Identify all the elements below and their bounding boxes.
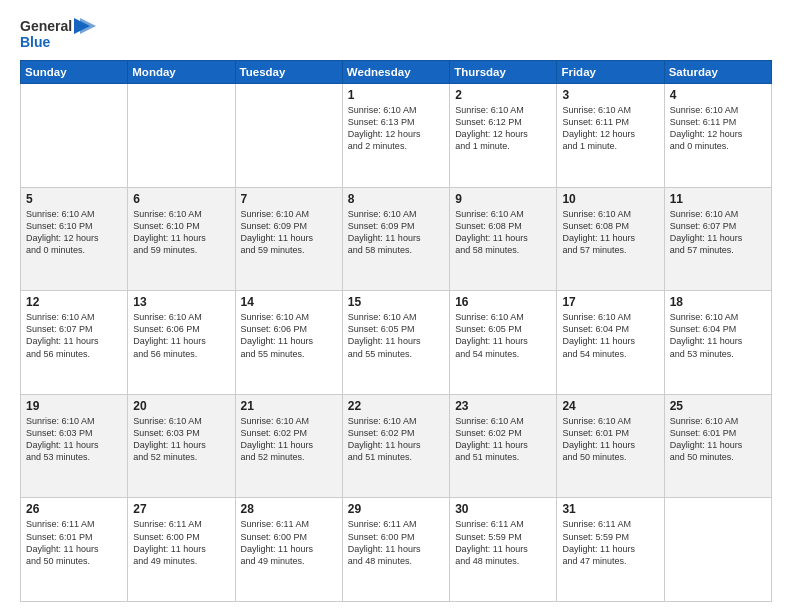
calendar-cell-3-1: 20Sunrise: 6:10 AM Sunset: 6:03 PM Dayli… bbox=[128, 394, 235, 498]
calendar-cell-2-6: 18Sunrise: 6:10 AM Sunset: 6:04 PM Dayli… bbox=[664, 291, 771, 395]
calendar-cell-3-2: 21Sunrise: 6:10 AM Sunset: 6:02 PM Dayli… bbox=[235, 394, 342, 498]
day-info: Sunrise: 6:10 AM Sunset: 6:09 PM Dayligh… bbox=[241, 208, 337, 257]
calendar-cell-0-1 bbox=[128, 84, 235, 188]
day-number: 11 bbox=[670, 192, 766, 206]
day-number: 13 bbox=[133, 295, 229, 309]
day-info: Sunrise: 6:11 AM Sunset: 6:00 PM Dayligh… bbox=[241, 518, 337, 567]
day-info: Sunrise: 6:11 AM Sunset: 6:01 PM Dayligh… bbox=[26, 518, 122, 567]
calendar-row-2: 12Sunrise: 6:10 AM Sunset: 6:07 PM Dayli… bbox=[21, 291, 772, 395]
day-info: Sunrise: 6:10 AM Sunset: 6:10 PM Dayligh… bbox=[26, 208, 122, 257]
day-info: Sunrise: 6:11 AM Sunset: 6:00 PM Dayligh… bbox=[348, 518, 444, 567]
calendar-cell-3-5: 24Sunrise: 6:10 AM Sunset: 6:01 PM Dayli… bbox=[557, 394, 664, 498]
weekday-header-row: SundayMondayTuesdayWednesdayThursdayFrid… bbox=[21, 61, 772, 84]
day-info: Sunrise: 6:10 AM Sunset: 6:06 PM Dayligh… bbox=[241, 311, 337, 360]
day-number: 26 bbox=[26, 502, 122, 516]
day-number: 3 bbox=[562, 88, 658, 102]
day-number: 4 bbox=[670, 88, 766, 102]
day-info: Sunrise: 6:10 AM Sunset: 6:04 PM Dayligh… bbox=[670, 311, 766, 360]
day-number: 23 bbox=[455, 399, 551, 413]
day-info: Sunrise: 6:10 AM Sunset: 6:10 PM Dayligh… bbox=[133, 208, 229, 257]
day-number: 18 bbox=[670, 295, 766, 309]
weekday-header-saturday: Saturday bbox=[664, 61, 771, 84]
calendar-cell-4-2: 28Sunrise: 6:11 AM Sunset: 6:00 PM Dayli… bbox=[235, 498, 342, 602]
calendar-cell-4-6 bbox=[664, 498, 771, 602]
day-number: 20 bbox=[133, 399, 229, 413]
day-info: Sunrise: 6:10 AM Sunset: 6:02 PM Dayligh… bbox=[455, 415, 551, 464]
calendar-cell-1-4: 9Sunrise: 6:10 AM Sunset: 6:08 PM Daylig… bbox=[450, 187, 557, 291]
day-info: Sunrise: 6:10 AM Sunset: 6:13 PM Dayligh… bbox=[348, 104, 444, 153]
day-number: 17 bbox=[562, 295, 658, 309]
day-number: 21 bbox=[241, 399, 337, 413]
day-number: 19 bbox=[26, 399, 122, 413]
calendar-cell-2-1: 13Sunrise: 6:10 AM Sunset: 6:06 PM Dayli… bbox=[128, 291, 235, 395]
day-info: Sunrise: 6:10 AM Sunset: 6:09 PM Dayligh… bbox=[348, 208, 444, 257]
day-number: 14 bbox=[241, 295, 337, 309]
calendar-cell-0-2 bbox=[235, 84, 342, 188]
weekday-header-friday: Friday bbox=[557, 61, 664, 84]
header: General Blue bbox=[20, 18, 772, 50]
day-info: Sunrise: 6:10 AM Sunset: 6:06 PM Dayligh… bbox=[133, 311, 229, 360]
day-info: Sunrise: 6:10 AM Sunset: 6:02 PM Dayligh… bbox=[241, 415, 337, 464]
logo-blue: Blue bbox=[20, 34, 50, 50]
day-info: Sunrise: 6:10 AM Sunset: 6:03 PM Dayligh… bbox=[133, 415, 229, 464]
day-info: Sunrise: 6:10 AM Sunset: 6:08 PM Dayligh… bbox=[562, 208, 658, 257]
day-number: 16 bbox=[455, 295, 551, 309]
calendar-cell-1-3: 8Sunrise: 6:10 AM Sunset: 6:09 PM Daylig… bbox=[342, 187, 449, 291]
day-info: Sunrise: 6:10 AM Sunset: 6:02 PM Dayligh… bbox=[348, 415, 444, 464]
day-number: 5 bbox=[26, 192, 122, 206]
day-number: 8 bbox=[348, 192, 444, 206]
weekday-header-tuesday: Tuesday bbox=[235, 61, 342, 84]
calendar-row-4: 26Sunrise: 6:11 AM Sunset: 6:01 PM Dayli… bbox=[21, 498, 772, 602]
day-info: Sunrise: 6:10 AM Sunset: 6:08 PM Dayligh… bbox=[455, 208, 551, 257]
calendar-cell-4-3: 29Sunrise: 6:11 AM Sunset: 6:00 PM Dayli… bbox=[342, 498, 449, 602]
svg-marker-1 bbox=[80, 18, 96, 34]
calendar-row-0: 1Sunrise: 6:10 AM Sunset: 6:13 PM Daylig… bbox=[21, 84, 772, 188]
day-number: 1 bbox=[348, 88, 444, 102]
day-number: 24 bbox=[562, 399, 658, 413]
day-number: 6 bbox=[133, 192, 229, 206]
day-info: Sunrise: 6:10 AM Sunset: 6:01 PM Dayligh… bbox=[670, 415, 766, 464]
calendar-cell-0-4: 2Sunrise: 6:10 AM Sunset: 6:12 PM Daylig… bbox=[450, 84, 557, 188]
logo: General Blue bbox=[20, 18, 96, 50]
calendar-cell-1-1: 6Sunrise: 6:10 AM Sunset: 6:10 PM Daylig… bbox=[128, 187, 235, 291]
calendar-cell-3-4: 23Sunrise: 6:10 AM Sunset: 6:02 PM Dayli… bbox=[450, 394, 557, 498]
day-info: Sunrise: 6:11 AM Sunset: 6:00 PM Dayligh… bbox=[133, 518, 229, 567]
calendar-cell-0-3: 1Sunrise: 6:10 AM Sunset: 6:13 PM Daylig… bbox=[342, 84, 449, 188]
day-number: 27 bbox=[133, 502, 229, 516]
calendar-cell-0-6: 4Sunrise: 6:10 AM Sunset: 6:11 PM Daylig… bbox=[664, 84, 771, 188]
calendar-cell-4-5: 31Sunrise: 6:11 AM Sunset: 5:59 PM Dayli… bbox=[557, 498, 664, 602]
day-info: Sunrise: 6:11 AM Sunset: 5:59 PM Dayligh… bbox=[455, 518, 551, 567]
calendar-cell-3-6: 25Sunrise: 6:10 AM Sunset: 6:01 PM Dayli… bbox=[664, 394, 771, 498]
day-number: 31 bbox=[562, 502, 658, 516]
day-number: 22 bbox=[348, 399, 444, 413]
calendar-row-1: 5Sunrise: 6:10 AM Sunset: 6:10 PM Daylig… bbox=[21, 187, 772, 291]
calendar-cell-1-2: 7Sunrise: 6:10 AM Sunset: 6:09 PM Daylig… bbox=[235, 187, 342, 291]
day-info: Sunrise: 6:10 AM Sunset: 6:12 PM Dayligh… bbox=[455, 104, 551, 153]
day-info: Sunrise: 6:10 AM Sunset: 6:04 PM Dayligh… bbox=[562, 311, 658, 360]
calendar-cell-0-5: 3Sunrise: 6:10 AM Sunset: 6:11 PM Daylig… bbox=[557, 84, 664, 188]
day-info: Sunrise: 6:10 AM Sunset: 6:05 PM Dayligh… bbox=[455, 311, 551, 360]
weekday-header-thursday: Thursday bbox=[450, 61, 557, 84]
day-info: Sunrise: 6:10 AM Sunset: 6:07 PM Dayligh… bbox=[26, 311, 122, 360]
calendar-cell-3-0: 19Sunrise: 6:10 AM Sunset: 6:03 PM Dayli… bbox=[21, 394, 128, 498]
weekday-header-wednesday: Wednesday bbox=[342, 61, 449, 84]
calendar-cell-2-2: 14Sunrise: 6:10 AM Sunset: 6:06 PM Dayli… bbox=[235, 291, 342, 395]
calendar-cell-2-5: 17Sunrise: 6:10 AM Sunset: 6:04 PM Dayli… bbox=[557, 291, 664, 395]
day-number: 12 bbox=[26, 295, 122, 309]
calendar-cell-1-6: 11Sunrise: 6:10 AM Sunset: 6:07 PM Dayli… bbox=[664, 187, 771, 291]
calendar-cell-4-1: 27Sunrise: 6:11 AM Sunset: 6:00 PM Dayli… bbox=[128, 498, 235, 602]
day-number: 28 bbox=[241, 502, 337, 516]
day-info: Sunrise: 6:10 AM Sunset: 6:11 PM Dayligh… bbox=[670, 104, 766, 153]
day-number: 15 bbox=[348, 295, 444, 309]
day-info: Sunrise: 6:10 AM Sunset: 6:07 PM Dayligh… bbox=[670, 208, 766, 257]
day-number: 30 bbox=[455, 502, 551, 516]
weekday-header-sunday: Sunday bbox=[21, 61, 128, 84]
calendar-cell-1-0: 5Sunrise: 6:10 AM Sunset: 6:10 PM Daylig… bbox=[21, 187, 128, 291]
calendar-row-3: 19Sunrise: 6:10 AM Sunset: 6:03 PM Dayli… bbox=[21, 394, 772, 498]
calendar-cell-4-0: 26Sunrise: 6:11 AM Sunset: 6:01 PM Dayli… bbox=[21, 498, 128, 602]
calendar-cell-3-3: 22Sunrise: 6:10 AM Sunset: 6:02 PM Dayli… bbox=[342, 394, 449, 498]
calendar-cell-0-0 bbox=[21, 84, 128, 188]
logo-general: General bbox=[20, 18, 72, 34]
page: General Blue SundayMondayTuesdayWednesda… bbox=[0, 0, 792, 612]
calendar-cell-4-4: 30Sunrise: 6:11 AM Sunset: 5:59 PM Dayli… bbox=[450, 498, 557, 602]
